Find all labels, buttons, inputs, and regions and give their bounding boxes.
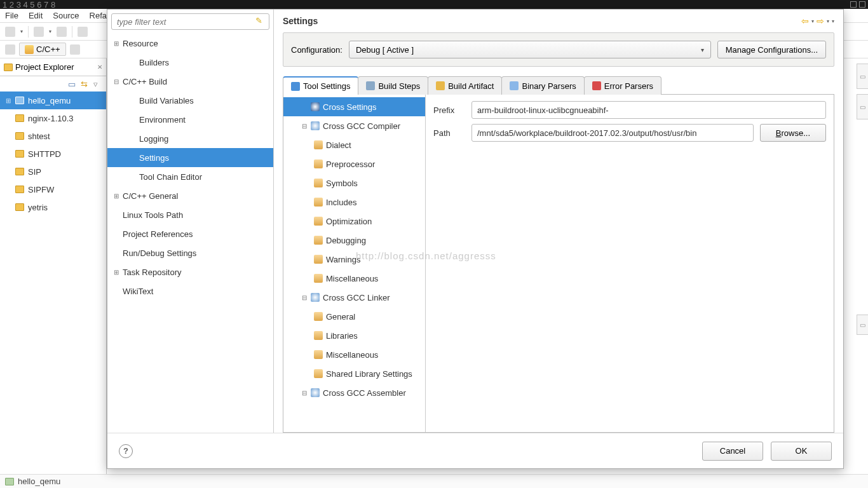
expand-icon[interactable]: ⊞ bbox=[112, 269, 120, 276]
new-icon[interactable] bbox=[5, 27, 15, 37]
expand-icon[interactable]: ⊟ bbox=[301, 294, 308, 301]
gear-icon bbox=[311, 102, 320, 111]
pref-label: WikiText bbox=[123, 287, 153, 296]
forward-icon[interactable]: ⇨ bbox=[817, 16, 824, 26]
tool-symbols[interactable]: Symbols bbox=[283, 173, 425, 193]
minimized-view-1[interactable]: ▭ bbox=[857, 64, 868, 89]
link-editor-icon[interactable]: ⇆ bbox=[81, 79, 90, 88]
tab-build-artifact[interactable]: Build Artifact bbox=[428, 76, 502, 95]
back-menu-icon[interactable]: ▾ bbox=[811, 18, 814, 24]
help-icon[interactable]: ? bbox=[119, 444, 133, 458]
pref-run-debug-settings[interactable]: ⊞Run/Debug Settings bbox=[107, 243, 273, 262]
tool-optimization[interactable]: Optimization bbox=[283, 212, 425, 231]
tool-cross-gcc-linker[interactable]: ⊟Cross GCC Linker bbox=[283, 288, 425, 307]
open-perspective-icon[interactable] bbox=[5, 44, 15, 55]
pref-builders[interactable]: ⊞Builders bbox=[107, 53, 273, 72]
expand-icon[interactable]: ⊟ bbox=[112, 78, 120, 85]
expand-icon[interactable]: ⊟ bbox=[301, 123, 308, 130]
build-icon[interactable] bbox=[78, 27, 88, 37]
cancel-button[interactable]: Cancel bbox=[702, 442, 763, 461]
view-menu-icon[interactable]: ▿ bbox=[93, 79, 102, 88]
back-icon[interactable]: ⇦ bbox=[801, 16, 809, 26]
expand-icon[interactable]: ⊞ bbox=[112, 40, 120, 47]
perspective-cpp-button[interactable]: C/C++ bbox=[19, 43, 66, 56]
pref-linux-tools-path[interactable]: ⊞Linux Tools Path bbox=[107, 205, 273, 224]
manage-configurations-button[interactable]: Manage Configurations... bbox=[717, 41, 826, 58]
expand-icon[interactable]: ⊞ bbox=[5, 97, 11, 104]
pref-label: Task Repository bbox=[123, 268, 181, 277]
tool-warnings[interactable]: Warnings bbox=[283, 250, 425, 269]
nav-history: ⇦ ▾ ⇨ ▾ ▾ bbox=[801, 16, 834, 26]
tool-dialect[interactable]: Dialect bbox=[283, 135, 425, 154]
path-input[interactable] bbox=[471, 124, 754, 142]
pref-project-references[interactable]: ⊞Project References bbox=[107, 224, 273, 243]
pref-build-variables[interactable]: ⊞Build Variables bbox=[107, 91, 273, 110]
tool-shared-library-settings[interactable]: Shared Library Settings bbox=[283, 364, 425, 383]
project-label: hello_qemu bbox=[28, 96, 71, 105]
project-SHTTPD[interactable]: SHTTPD bbox=[0, 145, 106, 163]
tool-cross-gcc-assembler[interactable]: ⊟Cross GCC Assembler bbox=[283, 383, 425, 402]
expand-icon[interactable]: ⊟ bbox=[301, 390, 308, 396]
status-bar: hello_qemu bbox=[0, 474, 868, 488]
tool-cross-gcc-compiler[interactable]: ⊟Cross GCC Compiler bbox=[283, 116, 425, 135]
tab-tool-settings[interactable]: Tool Settings bbox=[283, 76, 358, 95]
menu-source[interactable]: Source bbox=[53, 11, 79, 20]
tool-preprocessor[interactable]: Preprocessor bbox=[283, 154, 425, 173]
pref-logging[interactable]: ⊞Logging bbox=[107, 129, 273, 148]
tool-miscellaneous[interactable]: Miscellaneous bbox=[283, 269, 425, 288]
tab-error-parsers[interactable]: Error Parsers bbox=[584, 76, 661, 95]
project-nginx-1.10.3[interactable]: nginx-1.10.3 bbox=[0, 109, 106, 127]
minimized-view-3[interactable]: ▭ bbox=[857, 315, 868, 335]
pref-c-c-build[interactable]: ⊟C/C++ Build bbox=[107, 72, 273, 91]
filter-input[interactable] bbox=[111, 13, 269, 30]
project-SIP[interactable]: SIP bbox=[0, 163, 106, 180]
ok-button[interactable]: OK bbox=[771, 442, 832, 461]
tab-binary-parsers[interactable]: Binary Parsers bbox=[501, 76, 584, 95]
page-menu-icon[interactable]: ▾ bbox=[832, 18, 834, 24]
tool-libraries[interactable]: Libraries bbox=[283, 326, 425, 345]
pref-tool-chain-editor[interactable]: ⊞Tool Chain Editor bbox=[107, 167, 273, 186]
pref-c-c-general[interactable]: ⊞C/C++ General bbox=[107, 186, 273, 205]
project-explorer-tab[interactable]: Project Explorer ✕ bbox=[0, 58, 106, 76]
save-all-icon[interactable] bbox=[57, 27, 67, 37]
perspective-extra-icon[interactable] bbox=[70, 44, 80, 55]
folder-icon bbox=[314, 198, 323, 207]
gear-icon bbox=[311, 293, 320, 302]
tool-miscellaneous[interactable]: Miscellaneous bbox=[283, 345, 425, 364]
tab-build-steps[interactable]: Build Steps bbox=[358, 76, 428, 95]
save-icon[interactable] bbox=[34, 27, 44, 37]
pref-settings[interactable]: ⊞Settings bbox=[107, 148, 273, 167]
tool-general[interactable]: General bbox=[283, 307, 425, 326]
browse-button[interactable]: BBrowse...rowse... bbox=[760, 124, 826, 142]
close-icon[interactable]: ✕ bbox=[97, 64, 102, 71]
project-shtest[interactable]: shtest bbox=[0, 127, 106, 145]
tool-label: Dialect bbox=[326, 140, 351, 150]
expand-icon[interactable]: ⊞ bbox=[112, 193, 120, 200]
status-text: hello_qemu bbox=[18, 477, 60, 486]
menu-refactor[interactable]: Refa bbox=[90, 11, 107, 20]
menu-file[interactable]: File bbox=[5, 11, 18, 20]
project-SIPFW[interactable]: SIPFW bbox=[0, 180, 106, 198]
cpp-perspective-icon bbox=[25, 45, 34, 54]
pref-environment[interactable]: ⊞Environment bbox=[107, 110, 273, 129]
tool-label: Preprocessor bbox=[326, 159, 375, 169]
project-hello_qemu[interactable]: ⊞hello_qemu bbox=[0, 92, 106, 109]
tool-debugging[interactable]: Debugging bbox=[283, 231, 425, 250]
tool-cross-settings[interactable]: Cross Settings bbox=[283, 97, 425, 116]
clear-filter-icon[interactable]: ✎ bbox=[255, 16, 266, 26]
pref-wikitext[interactable]: ⊞WikiText bbox=[107, 281, 273, 301]
pref-task-repository[interactable]: ⊞Task Repository bbox=[107, 262, 273, 281]
configuration-select[interactable]: Debug [ Active ] ▾ bbox=[349, 41, 711, 58]
minimized-view-2[interactable]: ▭ bbox=[857, 94, 868, 119]
project-label: shtest bbox=[28, 132, 50, 141]
tool-includes[interactable]: Includes bbox=[283, 193, 425, 212]
prefix-input[interactable] bbox=[471, 101, 826, 119]
project-yetris[interactable]: yetris bbox=[0, 198, 106, 216]
folder-icon bbox=[15, 168, 24, 175]
pref-label: Environment bbox=[139, 115, 186, 125]
forward-menu-icon[interactable]: ▾ bbox=[827, 18, 829, 24]
collapse-all-icon[interactable]: ▭ bbox=[68, 79, 77, 88]
menu-edit[interactable]: Edit bbox=[29, 11, 43, 20]
pref-resource[interactable]: ⊞Resource bbox=[107, 34, 273, 53]
tool-settings-panel: Cross Settings⊟Cross GCC CompilerDialect… bbox=[283, 95, 834, 433]
